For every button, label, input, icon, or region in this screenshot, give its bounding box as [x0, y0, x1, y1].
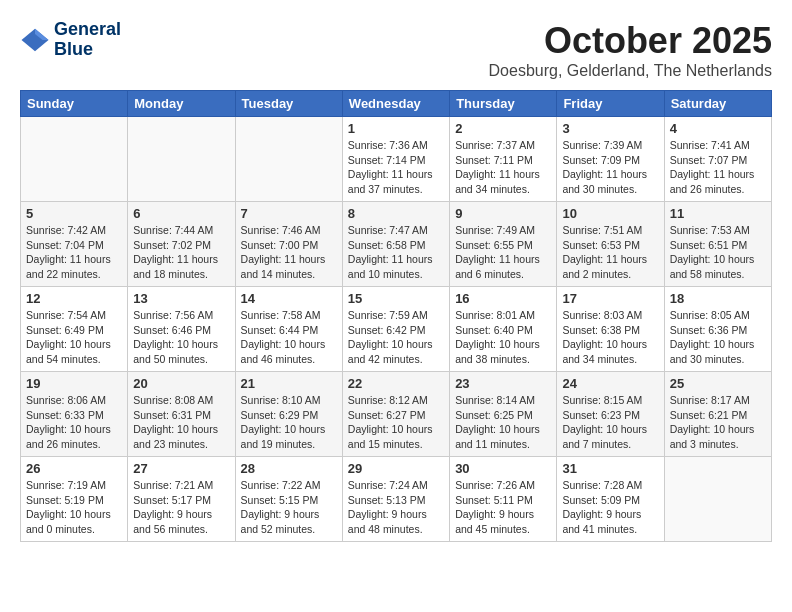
- month-title: October 2025: [489, 20, 772, 62]
- title-block: October 2025 Doesburg, Gelderland, The N…: [489, 20, 772, 80]
- calendar-cell: 20Sunrise: 8:08 AM Sunset: 6:31 PM Dayli…: [128, 372, 235, 457]
- day-number: 20: [133, 376, 229, 391]
- day-content: Sunrise: 8:01 AM Sunset: 6:40 PM Dayligh…: [455, 308, 551, 367]
- day-number: 22: [348, 376, 444, 391]
- day-content: Sunrise: 8:17 AM Sunset: 6:21 PM Dayligh…: [670, 393, 766, 452]
- col-saturday: Saturday: [664, 91, 771, 117]
- day-content: Sunrise: 8:08 AM Sunset: 6:31 PM Dayligh…: [133, 393, 229, 452]
- calendar-week-row: 1Sunrise: 7:36 AM Sunset: 7:14 PM Daylig…: [21, 117, 772, 202]
- day-number: 14: [241, 291, 337, 306]
- calendar-cell: 28Sunrise: 7:22 AM Sunset: 5:15 PM Dayli…: [235, 457, 342, 542]
- logo-icon: [20, 25, 50, 55]
- day-content: Sunrise: 7:56 AM Sunset: 6:46 PM Dayligh…: [133, 308, 229, 367]
- calendar-cell: 8Sunrise: 7:47 AM Sunset: 6:58 PM Daylig…: [342, 202, 449, 287]
- day-content: Sunrise: 7:28 AM Sunset: 5:09 PM Dayligh…: [562, 478, 658, 537]
- calendar-cell: 3Sunrise: 7:39 AM Sunset: 7:09 PM Daylig…: [557, 117, 664, 202]
- day-content: Sunrise: 7:24 AM Sunset: 5:13 PM Dayligh…: [348, 478, 444, 537]
- day-number: 30: [455, 461, 551, 476]
- day-content: Sunrise: 7:44 AM Sunset: 7:02 PM Dayligh…: [133, 223, 229, 282]
- day-number: 16: [455, 291, 551, 306]
- day-number: 17: [562, 291, 658, 306]
- day-number: 9: [455, 206, 551, 221]
- day-number: 13: [133, 291, 229, 306]
- calendar-cell: 21Sunrise: 8:10 AM Sunset: 6:29 PM Dayli…: [235, 372, 342, 457]
- calendar-week-row: 5Sunrise: 7:42 AM Sunset: 7:04 PM Daylig…: [21, 202, 772, 287]
- calendar-cell: 2Sunrise: 7:37 AM Sunset: 7:11 PM Daylig…: [450, 117, 557, 202]
- day-number: 23: [455, 376, 551, 391]
- calendar-cell: 29Sunrise: 7:24 AM Sunset: 5:13 PM Dayli…: [342, 457, 449, 542]
- calendar-cell: [664, 457, 771, 542]
- day-content: Sunrise: 7:47 AM Sunset: 6:58 PM Dayligh…: [348, 223, 444, 282]
- day-content: Sunrise: 7:42 AM Sunset: 7:04 PM Dayligh…: [26, 223, 122, 282]
- day-number: 29: [348, 461, 444, 476]
- calendar-cell: 10Sunrise: 7:51 AM Sunset: 6:53 PM Dayli…: [557, 202, 664, 287]
- calendar-cell: 7Sunrise: 7:46 AM Sunset: 7:00 PM Daylig…: [235, 202, 342, 287]
- day-content: Sunrise: 7:22 AM Sunset: 5:15 PM Dayligh…: [241, 478, 337, 537]
- day-number: 4: [670, 121, 766, 136]
- day-content: Sunrise: 8:06 AM Sunset: 6:33 PM Dayligh…: [26, 393, 122, 452]
- calendar-cell: 14Sunrise: 7:58 AM Sunset: 6:44 PM Dayli…: [235, 287, 342, 372]
- calendar-cell: 15Sunrise: 7:59 AM Sunset: 6:42 PM Dayli…: [342, 287, 449, 372]
- day-content: Sunrise: 7:51 AM Sunset: 6:53 PM Dayligh…: [562, 223, 658, 282]
- col-sunday: Sunday: [21, 91, 128, 117]
- day-content: Sunrise: 8:03 AM Sunset: 6:38 PM Dayligh…: [562, 308, 658, 367]
- day-number: 1: [348, 121, 444, 136]
- day-content: Sunrise: 7:37 AM Sunset: 7:11 PM Dayligh…: [455, 138, 551, 197]
- day-content: Sunrise: 8:14 AM Sunset: 6:25 PM Dayligh…: [455, 393, 551, 452]
- day-number: 21: [241, 376, 337, 391]
- day-number: 10: [562, 206, 658, 221]
- calendar-cell: 25Sunrise: 8:17 AM Sunset: 6:21 PM Dayli…: [664, 372, 771, 457]
- calendar-cell: 19Sunrise: 8:06 AM Sunset: 6:33 PM Dayli…: [21, 372, 128, 457]
- calendar-cell: 1Sunrise: 7:36 AM Sunset: 7:14 PM Daylig…: [342, 117, 449, 202]
- col-wednesday: Wednesday: [342, 91, 449, 117]
- day-content: Sunrise: 7:41 AM Sunset: 7:07 PM Dayligh…: [670, 138, 766, 197]
- day-number: 2: [455, 121, 551, 136]
- logo: General Blue: [20, 20, 121, 60]
- day-number: 31: [562, 461, 658, 476]
- calendar-cell: 26Sunrise: 7:19 AM Sunset: 5:19 PM Dayli…: [21, 457, 128, 542]
- day-number: 18: [670, 291, 766, 306]
- day-number: 8: [348, 206, 444, 221]
- calendar-cell: [21, 117, 128, 202]
- calendar-cell: [235, 117, 342, 202]
- col-monday: Monday: [128, 91, 235, 117]
- day-content: Sunrise: 7:46 AM Sunset: 7:00 PM Dayligh…: [241, 223, 337, 282]
- calendar-cell: 6Sunrise: 7:44 AM Sunset: 7:02 PM Daylig…: [128, 202, 235, 287]
- calendar-cell: 16Sunrise: 8:01 AM Sunset: 6:40 PM Dayli…: [450, 287, 557, 372]
- calendar-cell: 18Sunrise: 8:05 AM Sunset: 6:36 PM Dayli…: [664, 287, 771, 372]
- day-content: Sunrise: 8:12 AM Sunset: 6:27 PM Dayligh…: [348, 393, 444, 452]
- col-friday: Friday: [557, 91, 664, 117]
- day-number: 7: [241, 206, 337, 221]
- day-content: Sunrise: 7:59 AM Sunset: 6:42 PM Dayligh…: [348, 308, 444, 367]
- calendar-week-row: 12Sunrise: 7:54 AM Sunset: 6:49 PM Dayli…: [21, 287, 772, 372]
- calendar-cell: 11Sunrise: 7:53 AM Sunset: 6:51 PM Dayli…: [664, 202, 771, 287]
- day-number: 25: [670, 376, 766, 391]
- col-tuesday: Tuesday: [235, 91, 342, 117]
- calendar-week-row: 26Sunrise: 7:19 AM Sunset: 5:19 PM Dayli…: [21, 457, 772, 542]
- calendar-cell: 17Sunrise: 8:03 AM Sunset: 6:38 PM Dayli…: [557, 287, 664, 372]
- day-number: 19: [26, 376, 122, 391]
- col-thursday: Thursday: [450, 91, 557, 117]
- day-number: 15: [348, 291, 444, 306]
- calendar-cell: 23Sunrise: 8:14 AM Sunset: 6:25 PM Dayli…: [450, 372, 557, 457]
- calendar-cell: 13Sunrise: 7:56 AM Sunset: 6:46 PM Dayli…: [128, 287, 235, 372]
- calendar-cell: [128, 117, 235, 202]
- day-content: Sunrise: 7:54 AM Sunset: 6:49 PM Dayligh…: [26, 308, 122, 367]
- day-content: Sunrise: 7:53 AM Sunset: 6:51 PM Dayligh…: [670, 223, 766, 282]
- day-number: 6: [133, 206, 229, 221]
- day-number: 28: [241, 461, 337, 476]
- day-content: Sunrise: 7:19 AM Sunset: 5:19 PM Dayligh…: [26, 478, 122, 537]
- day-content: Sunrise: 7:26 AM Sunset: 5:11 PM Dayligh…: [455, 478, 551, 537]
- day-number: 24: [562, 376, 658, 391]
- day-content: Sunrise: 7:21 AM Sunset: 5:17 PM Dayligh…: [133, 478, 229, 537]
- calendar-cell: 31Sunrise: 7:28 AM Sunset: 5:09 PM Dayli…: [557, 457, 664, 542]
- day-content: Sunrise: 7:58 AM Sunset: 6:44 PM Dayligh…: [241, 308, 337, 367]
- day-number: 3: [562, 121, 658, 136]
- calendar-cell: 12Sunrise: 7:54 AM Sunset: 6:49 PM Dayli…: [21, 287, 128, 372]
- calendar-cell: 27Sunrise: 7:21 AM Sunset: 5:17 PM Dayli…: [128, 457, 235, 542]
- calendar-week-row: 19Sunrise: 8:06 AM Sunset: 6:33 PM Dayli…: [21, 372, 772, 457]
- calendar-cell: 4Sunrise: 7:41 AM Sunset: 7:07 PM Daylig…: [664, 117, 771, 202]
- day-number: 5: [26, 206, 122, 221]
- page-header: General Blue October 2025 Doesburg, Geld…: [20, 20, 772, 80]
- day-number: 27: [133, 461, 229, 476]
